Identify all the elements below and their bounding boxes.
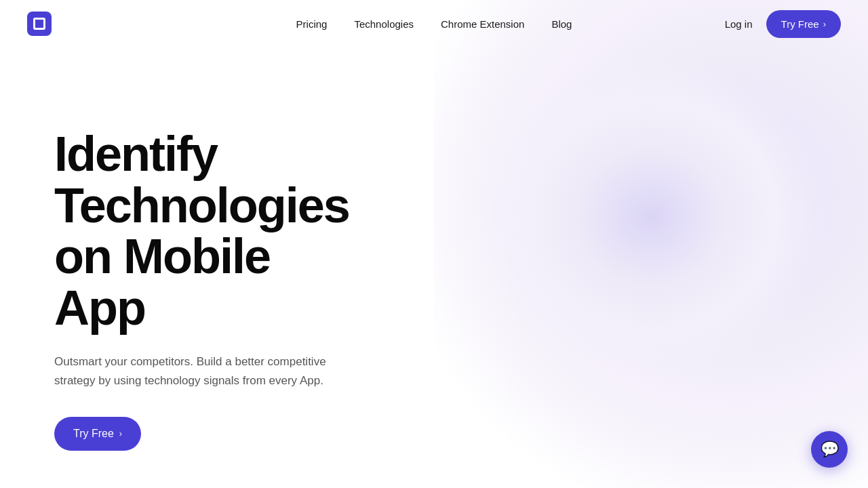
chat-icon: 💬 — [821, 441, 839, 458]
hero-title: Identify Technologies on Mobile App — [54, 129, 366, 333]
nav-left — [27, 12, 52, 36]
hero-cta-button[interactable]: Try Free › — [54, 417, 141, 451]
nav-try-free-label: Try Free — [781, 18, 819, 30]
nav-link-technologies[interactable]: Technologies — [354, 18, 414, 30]
hero-subtitle: Outsmart your competitors. Build a bette… — [54, 352, 366, 389]
nav-right: Log in Try Free › — [725, 10, 841, 38]
logo[interactable] — [27, 12, 52, 36]
navbar: Pricing Technologies Chrome Extension Bl… — [0, 0, 868, 47]
nav-link-chrome-extension[interactable]: Chrome Extension — [441, 18, 524, 30]
hero-cta-label: Try Free — [73, 428, 114, 440]
hero-chevron-icon: › — [119, 428, 122, 439]
login-link[interactable]: Log in — [725, 18, 753, 30]
logo-icon — [33, 18, 45, 30]
nav-center: Pricing Technologies Chrome Extension Bl… — [296, 18, 572, 30]
nav-link-blog[interactable]: Blog — [551, 18, 572, 30]
nav-chevron-icon: › — [823, 19, 826, 29]
chat-widget-button[interactable]: 💬 — [811, 431, 848, 468]
nav-try-free-button[interactable]: Try Free › — [766, 10, 841, 38]
background-gradient-inner — [475, 54, 827, 380]
hero-section: Identify Technologies on Mobile App Outs… — [0, 47, 366, 451]
nav-link-pricing[interactable]: Pricing — [296, 18, 328, 30]
